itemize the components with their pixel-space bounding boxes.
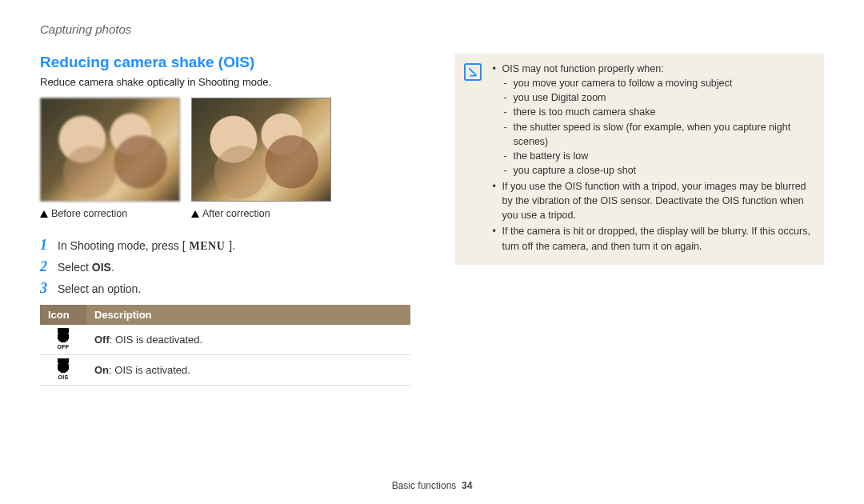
caption-after: After correction bbox=[191, 208, 331, 219]
step-2: 2 Select OIS. bbox=[40, 258, 410, 275]
step-text: In Shooting mode, press [MENU]. bbox=[58, 239, 235, 253]
photo-after-correction bbox=[191, 98, 331, 202]
note-lead: OIS may not function properly when: you … bbox=[493, 62, 814, 178]
note-item: there is too much camera shake bbox=[502, 105, 814, 119]
step-3: 3 Select an option. bbox=[40, 280, 410, 297]
note-item: you move your camera to follow a moving … bbox=[502, 76, 814, 90]
footer-section: Basic functions bbox=[392, 480, 457, 491]
page-footer: Basic functions 34 bbox=[0, 480, 864, 491]
table-row: On: OIS is activated. bbox=[40, 355, 410, 386]
caption-before-label: Before correction bbox=[51, 208, 127, 219]
ois-on-icon bbox=[55, 361, 71, 377]
caption-after-label: After correction bbox=[202, 208, 270, 219]
info-note: OIS may not function properly when: you … bbox=[454, 54, 825, 265]
intro-text: Reduce camera shake optically in Shootin… bbox=[40, 76, 410, 88]
row-desc: On: OIS is activated. bbox=[86, 355, 410, 386]
note-item: you use Digital zoom bbox=[502, 90, 814, 105]
step-text: Select OIS. bbox=[58, 261, 114, 274]
page-title: Reducing camera shake (OIS) bbox=[40, 54, 410, 71]
step-text: Select an option. bbox=[58, 282, 141, 295]
step-number: 3 bbox=[40, 280, 58, 297]
th-description: Description bbox=[86, 305, 410, 325]
triangle-icon bbox=[40, 210, 48, 218]
triangle-icon bbox=[191, 210, 199, 218]
options-table: Icon Description Off: OIS is deactivated… bbox=[40, 305, 410, 386]
caption-before: Before correction bbox=[40, 208, 180, 219]
photo-before-correction bbox=[40, 98, 180, 202]
row-desc: Off: OIS is deactivated. bbox=[86, 325, 410, 355]
ois-off-icon bbox=[55, 330, 71, 346]
note-icon bbox=[464, 63, 482, 81]
steps-list: 1 In Shooting mode, press [MENU]. 2 Sele… bbox=[40, 237, 410, 297]
note-extra: If the camera is hit or dropped, the dis… bbox=[493, 224, 814, 253]
note-item: you capture a close-up shot bbox=[502, 163, 814, 178]
step-number: 1 bbox=[40, 237, 58, 254]
comparison-photos bbox=[40, 98, 410, 202]
table-row: Off: OIS is deactivated. bbox=[40, 325, 410, 355]
th-icon: Icon bbox=[40, 305, 86, 325]
step-1: 1 In Shooting mode, press [MENU]. bbox=[40, 237, 410, 254]
footer-page-number: 34 bbox=[462, 480, 472, 491]
note-item: the battery is low bbox=[502, 149, 814, 163]
menu-icon: MENU bbox=[186, 240, 230, 253]
note-item: the shutter speed is slow (for example, … bbox=[502, 120, 814, 149]
note-extra: If you use the OIS function with a tripo… bbox=[493, 179, 814, 222]
step-number: 2 bbox=[40, 258, 58, 275]
breadcrumb: Capturing photos bbox=[40, 22, 824, 36]
